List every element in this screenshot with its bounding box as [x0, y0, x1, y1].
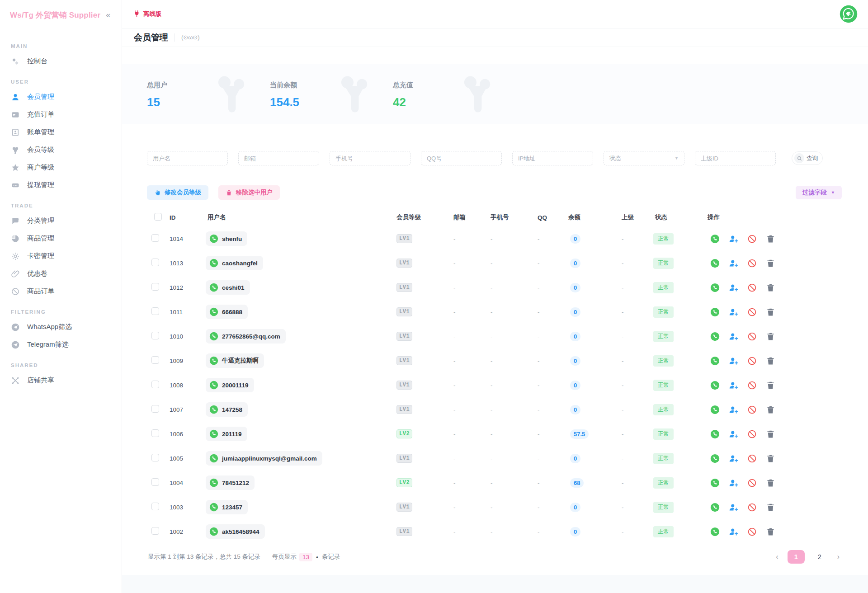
sidebar-item-category-management[interactable]: 分类管理 [0, 212, 122, 230]
edit-user-icon[interactable] [729, 356, 738, 366]
delete-user-icon[interactable] [766, 307, 775, 317]
sidebar-item-product-orders[interactable]: 商品订单 [0, 282, 122, 300]
delete-user-icon[interactable] [766, 381, 775, 390]
row-checkbox[interactable] [151, 527, 159, 535]
username-pill[interactable]: 277652865@qq.com [206, 329, 286, 344]
sidebar-item-member-levels[interactable]: 会员等级 [0, 141, 122, 159]
remove-selected-button[interactable]: 移除选中用户 [218, 185, 280, 200]
whatsapp-action-icon[interactable] [710, 429, 720, 439]
username-pill[interactable]: shenfu [206, 231, 247, 246]
sidebar-item-whatsapp-filter[interactable]: WhatsApp筛选 [0, 318, 122, 336]
ban-user-icon[interactable] [747, 405, 757, 414]
username-pill[interactable]: 147258 [206, 402, 248, 417]
whatsapp-avatar[interactable] [839, 5, 858, 24]
sidebar-item-console[interactable]: 控制台 [0, 52, 122, 70]
status-select[interactable]: 状态 ▼ [604, 151, 684, 165]
ban-user-icon[interactable] [747, 527, 757, 537]
sidebar-item-bill-management[interactable]: 账单管理 [0, 123, 122, 141]
row-checkbox[interactable] [151, 259, 159, 266]
ban-user-icon[interactable] [747, 381, 757, 390]
sidebar-item-coupons[interactable]: 优惠卷 [0, 265, 122, 282]
page-button-1[interactable]: 1 [788, 550, 805, 564]
whatsapp-action-icon[interactable] [710, 478, 720, 488]
chevron-up-icon[interactable]: ▲ [315, 555, 319, 559]
edit-user-icon[interactable] [729, 307, 738, 317]
row-checkbox[interactable] [151, 405, 159, 413]
row-checkbox[interactable] [151, 356, 159, 364]
prev-page-icon[interactable]: ‹ [776, 553, 778, 561]
whatsapp-action-icon[interactable] [710, 234, 720, 244]
edit-user-icon[interactable] [729, 454, 738, 463]
delete-user-icon[interactable] [766, 527, 775, 537]
select-all-checkbox[interactable] [154, 213, 162, 221]
edit-user-icon[interactable] [729, 405, 738, 414]
whatsapp-action-icon[interactable] [710, 503, 720, 512]
username-pill[interactable]: 201119 [206, 427, 247, 441]
username-pill[interactable]: caoshangfei [206, 256, 263, 270]
edit-user-icon[interactable] [729, 429, 738, 439]
ban-user-icon[interactable] [747, 307, 757, 317]
delete-user-icon[interactable] [766, 478, 775, 488]
row-checkbox[interactable] [151, 381, 159, 388]
whatsapp-action-icon[interactable] [710, 405, 720, 414]
modify-level-button[interactable]: 修改会员等级 [147, 185, 208, 200]
sidebar-collapse-icon[interactable]: « [106, 11, 110, 19]
ban-user-icon[interactable] [747, 332, 757, 341]
search-button[interactable]: 查询 [792, 151, 823, 165]
edit-user-icon[interactable] [729, 259, 738, 268]
next-page-icon[interactable]: › [837, 553, 840, 561]
parent-id-input[interactable] [695, 151, 776, 165]
sidebar-item-card-management[interactable]: 卡密管理 [0, 247, 122, 265]
row-checkbox[interactable] [151, 454, 159, 461]
whatsapp-action-icon[interactable] [710, 356, 720, 366]
sidebar-item-recharge-orders[interactable]: 充值订单 [0, 106, 122, 123]
row-checkbox[interactable] [151, 503, 159, 510]
filter-input-1[interactable] [238, 151, 319, 165]
edit-user-icon[interactable] [729, 283, 738, 292]
sidebar-item-member-management[interactable]: 会员管理 [0, 88, 122, 106]
filter-input-2[interactable] [330, 151, 410, 165]
whatsapp-action-icon[interactable] [710, 283, 720, 292]
row-checkbox[interactable] [151, 234, 159, 242]
ban-user-icon[interactable] [747, 356, 757, 366]
edit-user-icon[interactable] [729, 527, 738, 537]
delete-user-icon[interactable] [766, 283, 775, 292]
delete-user-icon[interactable] [766, 503, 775, 512]
filter-input-0[interactable] [147, 151, 228, 165]
offline-badge[interactable]: 离线版 [133, 10, 162, 18]
ban-user-icon[interactable] [747, 259, 757, 268]
ban-user-icon[interactable] [747, 503, 757, 512]
delete-user-icon[interactable] [766, 356, 775, 366]
whatsapp-action-icon[interactable] [710, 527, 720, 537]
sidebar-item-withdrawal-management[interactable]: 提现管理 [0, 176, 122, 194]
username-pill[interactable]: 123457 [206, 500, 248, 514]
delete-user-icon[interactable] [766, 234, 775, 244]
sidebar-item-product-management[interactable]: 商品管理 [0, 230, 122, 247]
ban-user-icon[interactable] [747, 234, 757, 244]
whatsapp-action-icon[interactable] [710, 307, 720, 317]
whatsapp-action-icon[interactable] [710, 381, 720, 390]
whatsapp-action-icon[interactable] [710, 332, 720, 341]
filter-fields-button[interactable]: 过滤字段 ▼ [796, 186, 842, 199]
row-checkbox[interactable] [151, 283, 159, 291]
username-pill[interactable]: jumiaapplinuxmysql@gmail.com [206, 451, 322, 466]
edit-user-icon[interactable] [729, 381, 738, 390]
whatsapp-action-icon[interactable] [710, 259, 720, 268]
username-pill[interactable]: ceshi01 [206, 280, 250, 295]
username-pill[interactable]: 666888 [206, 305, 248, 319]
delete-user-icon[interactable] [766, 259, 775, 268]
username-pill[interactable]: 20001119 [206, 378, 254, 392]
username-pill[interactable]: ak516458944 [206, 524, 265, 539]
delete-user-icon[interactable] [766, 405, 775, 414]
row-checkbox[interactable] [151, 307, 159, 315]
ban-user-icon[interactable] [747, 429, 757, 439]
edit-user-icon[interactable] [729, 234, 738, 244]
username-pill[interactable]: 牛逼克拉斯啊 [206, 353, 264, 368]
delete-user-icon[interactable] [766, 429, 775, 439]
filter-input-4[interactable] [512, 151, 593, 165]
filter-input-3[interactable] [421, 151, 502, 165]
ban-user-icon[interactable] [747, 454, 757, 463]
whatsapp-action-icon[interactable] [710, 454, 720, 463]
ban-user-icon[interactable] [747, 478, 757, 488]
sidebar-item-shop-share[interactable]: 店铺共享 [0, 372, 122, 389]
